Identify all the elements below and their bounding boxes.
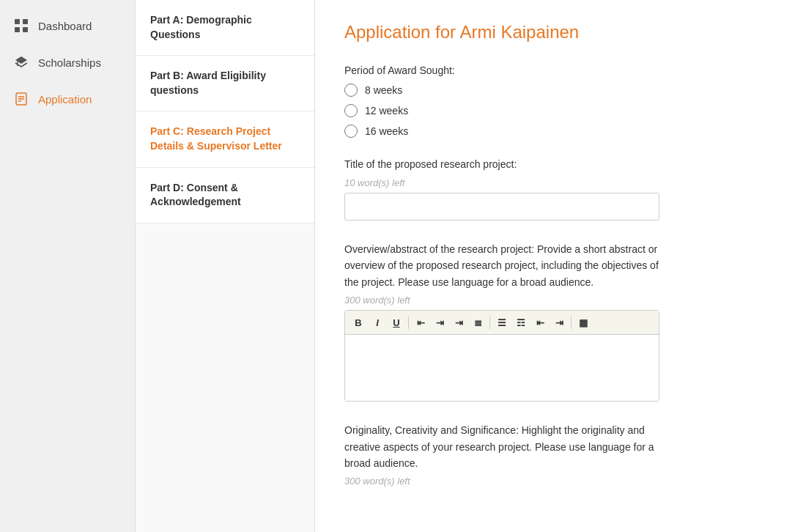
sidebar: Dashboard Scholarships Application [0,0,136,532]
toolbar-ul[interactable]: ☰ [493,314,511,331]
page-title: Application for Armi Kaipainen [344,22,777,43]
nav-part-b[interactable]: Part B: Award Eligibility questions [136,56,314,111]
title-field-section: Title of the proposed research project: … [344,158,777,221]
scholarships-icon [13,54,29,70]
toolbar-sep-3 [571,316,572,329]
period-of-award-label: Period of Award Sought: [344,64,777,76]
sidebar-item-scholarships[interactable]: Scholarships [0,44,135,81]
overview-description: Overview/abstract of the research projec… [344,241,659,290]
sidebar-item-dashboard-label: Dashboard [38,20,92,32]
originality-description: Originality, Creativity and Significance… [344,422,659,471]
nav-part-d[interactable]: Part D: Consent & Acknowledgement [136,168,314,223]
period-of-award-section: Period of Award Sought: 8 weeks 12 weeks… [344,64,777,138]
nav-part-a[interactable]: Part A: Demographic Questions [136,0,314,56]
sidebar-item-scholarships-label: Scholarships [38,56,101,69]
radio-8weeks[interactable] [344,84,358,97]
svg-rect-0 [15,19,20,24]
radio-12weeks[interactable] [344,104,358,117]
radio-item-12weeks[interactable]: 12 weeks [344,104,777,117]
overview-section: Overview/abstract of the research projec… [344,241,777,402]
radio-16weeks-label[interactable]: 16 weeks [365,125,408,137]
title-word-count: 10 word(s) left [344,177,777,188]
radio-item-16weeks[interactable]: 16 weeks [344,125,777,138]
application-icon [13,91,29,107]
toolbar-align-justify[interactable]: ≣ [469,314,487,331]
toolbar-bold[interactable]: B [350,314,367,331]
nav-section: Part A: Demographic Questions Part B: Aw… [136,0,315,532]
svg-rect-1 [23,19,28,24]
toolbar-table[interactable]: ▦ [574,314,592,331]
radio-12weeks-label[interactable]: 12 weeks [365,105,408,117]
toolbar-align-left[interactable]: ⇤ [412,314,429,331]
overview-editor: B I U ⇤ ⇥ ⇥ ≣ ☰ ☶ ⇤ ⇥ ▦ [344,310,659,402]
overview-toolbar: B I U ⇤ ⇥ ⇥ ≣ ☰ ☶ ⇤ ⇥ ▦ [345,311,659,335]
svg-rect-2 [15,27,20,32]
award-options: 8 weeks 12 weeks 16 weeks [344,84,777,138]
originality-word-count: 300 word(s) left [344,476,777,487]
toolbar-sep-2 [489,316,490,329]
toolbar-ol[interactable]: ☶ [512,314,530,331]
originality-section: Originality, Creativity and Significance… [344,422,777,487]
radio-item-8weeks[interactable]: 8 weeks [344,84,777,97]
title-input[interactable] [344,193,659,221]
radio-16weeks[interactable] [344,125,358,138]
toolbar-align-center[interactable]: ⇥ [431,314,448,331]
radio-8weeks-label[interactable]: 8 weeks [365,84,402,96]
main-content: Application for Armi Kaipainen Period of… [315,0,806,532]
toolbar-sep-1 [408,316,409,329]
toolbar-align-right[interactable]: ⇥ [450,314,467,331]
toolbar-indent[interactable]: ⇥ [550,314,568,331]
dashboard-icon [13,18,29,34]
overview-editor-body[interactable] [345,335,659,401]
svg-rect-3 [23,27,28,32]
toolbar-underline[interactable]: U [388,314,405,331]
nav-part-c[interactable]: Part C: Research Project Details & Super… [136,111,314,167]
toolbar-outdent[interactable]: ⇤ [531,314,549,331]
toolbar-italic[interactable]: I [369,314,386,331]
sidebar-item-dashboard[interactable]: Dashboard [0,7,135,44]
sidebar-item-application-label: Application [38,93,92,106]
sidebar-item-application[interactable]: Application [0,81,135,117]
title-field-label: Title of the proposed research project: [344,158,777,170]
overview-word-count: 300 word(s) left [344,295,777,306]
